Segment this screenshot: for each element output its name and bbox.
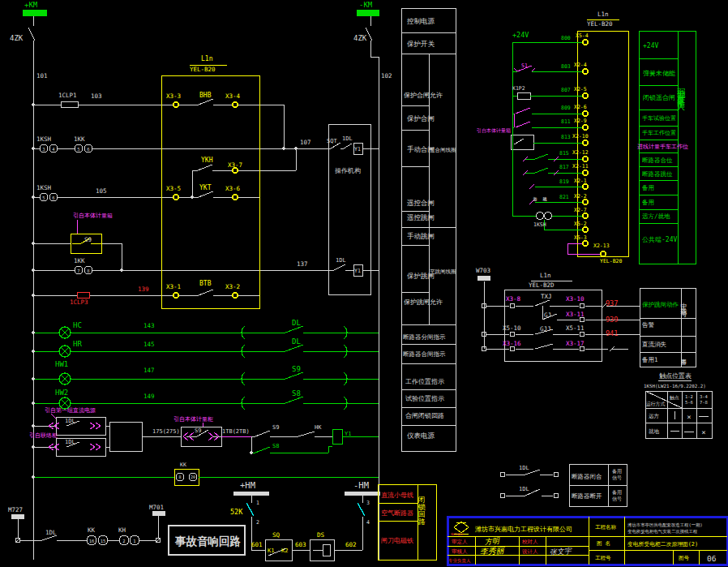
title-block-label: 图号 bbox=[679, 555, 690, 561]
terminal-dot bbox=[233, 195, 238, 200]
w703-signal-box-label: GJJ bbox=[540, 325, 551, 333]
w703-signal-box-label: X3-11 bbox=[566, 311, 585, 318]
closing-interlock-label: SQ bbox=[272, 531, 280, 539]
closing-interlock-label: -HM bbox=[353, 480, 369, 490]
legend-column-label: 遥控合闸 bbox=[407, 199, 435, 207]
contact-position-table-label: 3-4 bbox=[700, 394, 709, 399]
terminal-dot bbox=[583, 184, 588, 189]
terminal-dot bbox=[583, 157, 588, 161]
weak-input-table-label: 弹簧未储能 bbox=[643, 70, 675, 77]
main-circuit-label: 107 bbox=[300, 139, 311, 146]
relay-terminal-box-label: X3-5 bbox=[166, 185, 181, 192]
main-circuit-label: 6 bbox=[52, 195, 54, 200]
w703-signal-box-label: L1n bbox=[540, 272, 551, 279]
interlock-feeds-label: S9 bbox=[195, 427, 201, 434]
dc-bus-label: 4ZK bbox=[353, 34, 367, 42]
terminal-ring bbox=[500, 472, 505, 477]
lamp-rungs bbox=[33, 326, 379, 477]
terminal-ring bbox=[554, 472, 559, 477]
terminal-dot bbox=[583, 69, 588, 74]
relay-terminal-box-label: L1n bbox=[201, 55, 213, 62]
terminal-dot bbox=[173, 195, 178, 200]
weak-input-table-label: 备用 bbox=[642, 199, 654, 206]
interlock-legend-table-label: 闸刀电磁铁 bbox=[381, 537, 413, 544]
legend-column-label: 保护合闸允许 bbox=[404, 92, 443, 99]
title-block-label: 校对人 bbox=[521, 539, 538, 545]
terminal-strip-right-label: 819 bbox=[559, 178, 569, 185]
title-block-label: 李秀丽 bbox=[479, 546, 506, 556]
terminal-strip-right-label: 809 bbox=[561, 105, 571, 111]
relay-terminal-box-label: BHB bbox=[199, 92, 212, 99]
title-block-label: 张文宇 bbox=[549, 547, 573, 556]
weak-input-table-label: 断路器跳位 bbox=[642, 170, 673, 178]
feed-box-2 bbox=[56, 438, 105, 456]
breaker-status-table-label: 信号 bbox=[612, 475, 622, 481]
terminal-strip-right-label: X2-7 bbox=[574, 207, 587, 213]
dc-bus-label: -KM bbox=[359, 1, 373, 9]
terminal-strip-right-label: 817 bbox=[559, 164, 569, 170]
main-circuit-label: 1KSH bbox=[36, 184, 52, 191]
w703-signal-box-label: 937 bbox=[606, 299, 618, 307]
title-block-label: 变电所受电柜电气安装二次接线工程 bbox=[627, 529, 698, 535]
terminal-dot bbox=[583, 200, 588, 204]
km-plus-bar bbox=[23, 10, 47, 16]
terminal-strip-right-label: X2-10 bbox=[572, 133, 589, 140]
dc-bus-label: 101 bbox=[36, 72, 48, 79]
main-circuit-label: 1CLP3 bbox=[70, 299, 88, 306]
title-block-label: 潍坊市兴惠电力工程设计有限公司 bbox=[475, 526, 572, 533]
interlock-feeds-label: 1DL bbox=[65, 418, 75, 424]
alarm-circuit-label: M701 bbox=[149, 504, 164, 511]
main-circuit-label: 1DL bbox=[342, 135, 353, 142]
interlock-feeds-label: 引自本体计量柜 bbox=[173, 416, 213, 423]
legend-column-label: 合闸闭锁回路 bbox=[405, 412, 444, 419]
pin-circle bbox=[545, 213, 552, 220]
interlock-feeds-label: Y1 bbox=[345, 431, 351, 437]
main-circuit-label: 7 bbox=[77, 268, 79, 273]
interlock-legend-table-label: 闭锁回路 bbox=[418, 490, 426, 526]
terminal-dot bbox=[233, 293, 238, 298]
closing-interlock-label: 603 bbox=[295, 541, 306, 548]
pin-circle bbox=[537, 213, 544, 220]
w703-signal-box-label: X5-10 bbox=[503, 324, 521, 332]
legend-column-label: 手动跳闸 bbox=[407, 232, 435, 240]
terminal-ring bbox=[510, 303, 515, 308]
contact-52k bbox=[246, 503, 365, 516]
interlock-legend-table-label: 空气断路器 bbox=[381, 509, 413, 517]
terminal-strip-right-label: X2-1 bbox=[574, 178, 587, 184]
fuse-1clp3 bbox=[77, 293, 89, 299]
terminal-strip-right-label: X2-13 bbox=[593, 243, 610, 249]
hm-minus-bar bbox=[345, 492, 380, 496]
relay-terminal-box-label: X3-6 bbox=[225, 185, 241, 192]
contact-position-table-label: × bbox=[687, 413, 691, 421]
legend-column-label: 控制电源 bbox=[407, 17, 435, 25]
schematic-drawing: +KM4ZK101-KM4ZK1021CLP11031071051371391C… bbox=[0, 0, 728, 567]
terminal-strip-right-label: 815 bbox=[559, 150, 569, 157]
main-circuit-label: 1KK bbox=[74, 135, 85, 143]
title-block-label: 潍坊市寒亭区供电配套改造工程(一期) bbox=[627, 522, 703, 528]
weak-input-table-label: +24V bbox=[643, 42, 658, 49]
interlock-feeds-label: HK bbox=[315, 424, 322, 431]
w703-signal-box-label: X3-8 bbox=[506, 295, 521, 303]
junction-box bbox=[109, 422, 142, 451]
alarm-circuit-label: 15 bbox=[101, 539, 106, 543]
legend-column-label: 保护跳闸允许 bbox=[404, 299, 443, 306]
dc-bus-label: +KM bbox=[24, 1, 38, 9]
lamp-rows-label: HC bbox=[73, 321, 82, 329]
main-circuit-label: SQT bbox=[327, 138, 337, 144]
main-circuit-label: 引自本体计量箱 bbox=[73, 213, 113, 219]
breaker-status-table-label: 1DL bbox=[519, 465, 529, 471]
legend-column-label: 断路器合闸指示 bbox=[403, 350, 446, 358]
w703-signal-box-label: TXJ bbox=[541, 293, 552, 300]
contact-position-table-label: 触点 bbox=[670, 395, 679, 401]
lamp-rows-label: S9 bbox=[292, 365, 301, 373]
dc-bus-label: 102 bbox=[381, 72, 392, 79]
terminal-strip-right-label: K1P2 bbox=[512, 85, 525, 92]
central-signal-table-label: 备用1 bbox=[642, 356, 658, 363]
title-block-label: 06 bbox=[707, 554, 717, 563]
lamp-rows-label: DL bbox=[292, 319, 301, 327]
terminal-strip-right-label: X5-3 bbox=[574, 234, 587, 241]
main-circuit-label: 1DL bbox=[336, 257, 346, 264]
terminal-strip-right-label: X2-5 bbox=[574, 86, 587, 92]
terminal-strip-right-label: 800 bbox=[561, 35, 571, 41]
interlock-feeds-label: 引自联络柜 bbox=[29, 432, 58, 439]
